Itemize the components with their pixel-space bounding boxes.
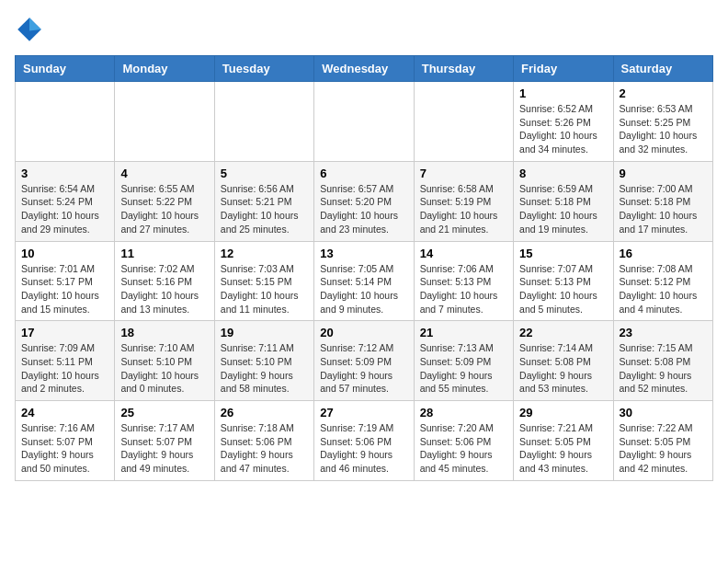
- calendar-cell: 4Sunrise: 6:55 AM Sunset: 5:22 PM Daylig…: [115, 161, 214, 241]
- day-info: Sunrise: 7:03 AM Sunset: 5:15 PM Dayligh…: [221, 262, 308, 316]
- day-number: 26: [221, 406, 308, 419]
- calendar-cell: 12Sunrise: 7:03 AM Sunset: 5:15 PM Dayli…: [214, 241, 313, 321]
- calendar-cell: 23Sunrise: 7:15 AM Sunset: 5:08 PM Dayli…: [613, 321, 712, 401]
- day-number: 8: [519, 167, 607, 180]
- day-info: Sunrise: 7:07 AM Sunset: 5:13 PM Dayligh…: [519, 262, 607, 316]
- calendar-cell: 29Sunrise: 7:21 AM Sunset: 5:05 PM Dayli…: [514, 401, 613, 481]
- day-info: Sunrise: 7:01 AM Sunset: 5:17 PM Dayligh…: [21, 262, 108, 316]
- calendar-cell: 16Sunrise: 7:08 AM Sunset: 5:12 PM Dayli…: [613, 241, 712, 321]
- day-info: Sunrise: 7:21 AM Sunset: 5:05 PM Dayligh…: [519, 421, 607, 476]
- calendar-cell: 10Sunrise: 7:01 AM Sunset: 5:17 PM Dayli…: [16, 241, 115, 321]
- day-info: Sunrise: 6:52 AM Sunset: 5:26 PM Dayligh…: [519, 102, 607, 156]
- day-number: 11: [120, 247, 208, 260]
- day-info: Sunrise: 7:22 AM Sunset: 5:05 PM Dayligh…: [620, 421, 707, 476]
- header-monday: Monday: [115, 56, 214, 82]
- header: [15, 15, 713, 44]
- calendar-cell: 7Sunrise: 6:58 AM Sunset: 5:19 PM Daylig…: [414, 161, 513, 241]
- day-info: Sunrise: 7:16 AM Sunset: 5:07 PM Dayligh…: [21, 421, 108, 476]
- day-info: Sunrise: 7:10 AM Sunset: 5:10 PM Dayligh…: [120, 341, 208, 396]
- header-saturday: Saturday: [613, 56, 712, 82]
- day-info: Sunrise: 7:15 AM Sunset: 5:08 PM Dayligh…: [620, 341, 707, 396]
- calendar-cell: 13Sunrise: 7:05 AM Sunset: 5:14 PM Dayli…: [314, 241, 414, 321]
- calendar-cell: 28Sunrise: 7:20 AM Sunset: 5:06 PM Dayli…: [414, 401, 513, 481]
- calendar-cell: 8Sunrise: 6:59 AM Sunset: 5:18 PM Daylig…: [514, 161, 613, 241]
- day-number: 10: [21, 247, 108, 260]
- header-friday: Friday: [514, 56, 613, 82]
- day-number: 25: [120, 406, 208, 419]
- calendar-cell: 22Sunrise: 7:14 AM Sunset: 5:08 PM Dayli…: [514, 321, 613, 401]
- day-number: 30: [620, 406, 707, 419]
- day-info: Sunrise: 6:55 AM Sunset: 5:22 PM Dayligh…: [120, 182, 208, 236]
- day-number: 3: [21, 167, 108, 180]
- calendar-cell: 11Sunrise: 7:02 AM Sunset: 5:16 PM Dayli…: [115, 241, 214, 321]
- day-number: 12: [221, 247, 308, 260]
- day-info: Sunrise: 7:00 AM Sunset: 5:18 PM Dayligh…: [620, 182, 707, 236]
- logo-icon: [15, 15, 44, 44]
- calendar-cell: 25Sunrise: 7:17 AM Sunset: 5:07 PM Dayli…: [115, 401, 214, 481]
- day-info: Sunrise: 7:12 AM Sunset: 5:09 PM Dayligh…: [320, 341, 407, 396]
- day-info: Sunrise: 7:20 AM Sunset: 5:06 PM Dayligh…: [420, 421, 507, 476]
- day-number: 1: [519, 86, 607, 100]
- day-number: 22: [519, 326, 607, 339]
- calendar-week-2: 3Sunrise: 6:54 AM Sunset: 5:24 PM Daylig…: [16, 161, 713, 241]
- day-info: Sunrise: 6:59 AM Sunset: 5:18 PM Dayligh…: [519, 182, 607, 236]
- logo: [15, 15, 48, 44]
- calendar-cell: 17Sunrise: 7:09 AM Sunset: 5:11 PM Dayli…: [16, 321, 115, 401]
- day-info: Sunrise: 7:09 AM Sunset: 5:11 PM Dayligh…: [21, 341, 108, 396]
- day-info: Sunrise: 7:05 AM Sunset: 5:14 PM Dayligh…: [320, 262, 407, 316]
- day-info: Sunrise: 6:58 AM Sunset: 5:19 PM Dayligh…: [420, 182, 507, 236]
- calendar-cell: 1Sunrise: 6:52 AM Sunset: 5:26 PM Daylig…: [514, 82, 613, 162]
- day-number: 14: [420, 247, 507, 260]
- calendar-header-row: SundayMondayTuesdayWednesdayThursdayFrid…: [16, 56, 713, 82]
- day-info: Sunrise: 7:13 AM Sunset: 5:09 PM Dayligh…: [420, 341, 507, 396]
- day-number: 20: [320, 326, 407, 339]
- calendar-cell: 27Sunrise: 7:19 AM Sunset: 5:06 PM Dayli…: [314, 401, 414, 481]
- day-number: 9: [620, 167, 707, 180]
- day-number: 18: [120, 326, 208, 339]
- calendar-cell: 19Sunrise: 7:11 AM Sunset: 5:10 PM Dayli…: [214, 321, 313, 401]
- header-tuesday: Tuesday: [214, 56, 313, 82]
- calendar-cell: 15Sunrise: 7:07 AM Sunset: 5:13 PM Dayli…: [514, 241, 613, 321]
- day-number: 7: [420, 167, 507, 180]
- day-info: Sunrise: 7:02 AM Sunset: 5:16 PM Dayligh…: [120, 262, 208, 316]
- calendar-cell: [214, 82, 313, 162]
- day-number: 23: [620, 326, 707, 339]
- day-number: 15: [519, 247, 607, 260]
- day-info: Sunrise: 6:54 AM Sunset: 5:24 PM Dayligh…: [21, 182, 108, 236]
- day-number: 27: [320, 406, 407, 419]
- calendar-week-4: 17Sunrise: 7:09 AM Sunset: 5:11 PM Dayli…: [16, 321, 713, 401]
- calendar-cell: 3Sunrise: 6:54 AM Sunset: 5:24 PM Daylig…: [16, 161, 115, 241]
- calendar-cell: [414, 82, 513, 162]
- header-thursday: Thursday: [414, 56, 513, 82]
- calendar-week-3: 10Sunrise: 7:01 AM Sunset: 5:17 PM Dayli…: [16, 241, 713, 321]
- header-sunday: Sunday: [16, 56, 115, 82]
- day-number: 17: [21, 326, 108, 339]
- calendar-cell: 2Sunrise: 6:53 AM Sunset: 5:25 PM Daylig…: [613, 82, 712, 162]
- calendar-cell: 26Sunrise: 7:18 AM Sunset: 5:06 PM Dayli…: [214, 401, 313, 481]
- calendar-table: SundayMondayTuesdayWednesdayThursdayFrid…: [15, 55, 713, 481]
- calendar-cell: 9Sunrise: 7:00 AM Sunset: 5:18 PM Daylig…: [613, 161, 712, 241]
- calendar-cell: 30Sunrise: 7:22 AM Sunset: 5:05 PM Dayli…: [613, 401, 712, 481]
- calendar-cell: 24Sunrise: 7:16 AM Sunset: 5:07 PM Dayli…: [16, 401, 115, 481]
- calendar-cell: 5Sunrise: 6:56 AM Sunset: 5:21 PM Daylig…: [214, 161, 313, 241]
- day-info: Sunrise: 7:06 AM Sunset: 5:13 PM Dayligh…: [420, 262, 507, 316]
- day-number: 6: [320, 167, 407, 180]
- day-info: Sunrise: 6:56 AM Sunset: 5:21 PM Dayligh…: [221, 182, 308, 236]
- day-info: Sunrise: 7:18 AM Sunset: 5:06 PM Dayligh…: [221, 421, 308, 476]
- calendar-cell: [16, 82, 115, 162]
- calendar-cell: 14Sunrise: 7:06 AM Sunset: 5:13 PM Dayli…: [414, 241, 513, 321]
- day-info: Sunrise: 7:11 AM Sunset: 5:10 PM Dayligh…: [221, 341, 308, 396]
- day-info: Sunrise: 7:17 AM Sunset: 5:07 PM Dayligh…: [120, 421, 208, 476]
- calendar-cell: 18Sunrise: 7:10 AM Sunset: 5:10 PM Dayli…: [115, 321, 214, 401]
- calendar-cell: [314, 82, 414, 162]
- calendar-cell: 20Sunrise: 7:12 AM Sunset: 5:09 PM Dayli…: [314, 321, 414, 401]
- day-number: 19: [221, 326, 308, 339]
- header-wednesday: Wednesday: [314, 56, 414, 82]
- day-number: 2: [620, 86, 707, 100]
- day-info: Sunrise: 7:14 AM Sunset: 5:08 PM Dayligh…: [519, 341, 607, 396]
- day-info: Sunrise: 7:19 AM Sunset: 5:06 PM Dayligh…: [320, 421, 407, 476]
- day-info: Sunrise: 6:53 AM Sunset: 5:25 PM Dayligh…: [620, 102, 707, 156]
- day-number: 21: [420, 326, 507, 339]
- calendar-cell: [115, 82, 214, 162]
- calendar-week-1: 1Sunrise: 6:52 AM Sunset: 5:26 PM Daylig…: [16, 82, 713, 162]
